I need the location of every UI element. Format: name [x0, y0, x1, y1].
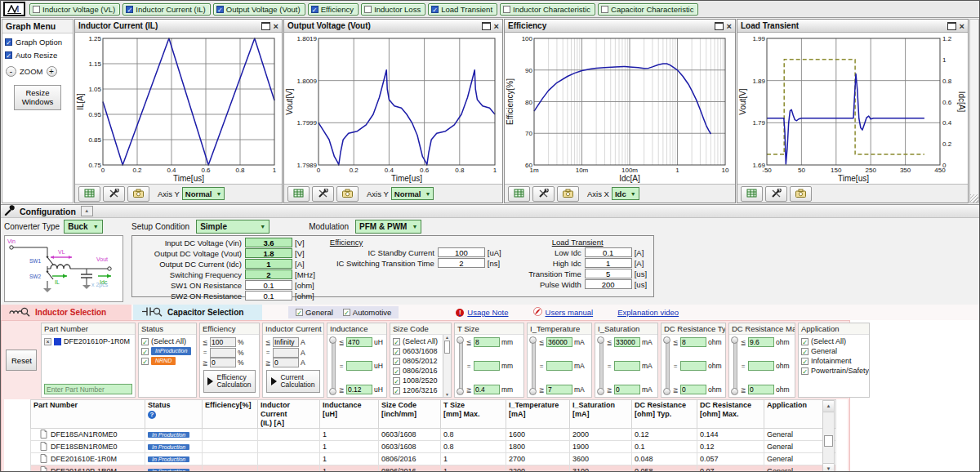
filter-option-powertrain-safety[interactable]: ✓Powertrain/Safety [801, 367, 866, 375]
toggle-inductor-loss[interactable]: Inductor Loss [361, 3, 425, 16]
checkbox-inductor-characteristic[interactable] [503, 6, 510, 13]
maximize-icon[interactable] [947, 22, 956, 30]
axis-select-inductor-current-il[interactable]: Normal▼ [182, 187, 225, 200]
scroll-thumb[interactable] [824, 435, 833, 447]
param-input-sw2-on-resistance[interactable] [245, 291, 292, 301]
axis-select-efficiency[interactable]: Idc▼ [612, 187, 639, 200]
column-header-dc-resistance[interactable]: DC Resistance [ohm] Typ. [632, 400, 697, 429]
filter-option-0806-2016[interactable]: ✓0806/2016 [393, 367, 448, 375]
inductance-max-input[interactable] [346, 337, 372, 347]
part-number-input[interactable] [44, 384, 132, 394]
zoom-out-button[interactable]: - [6, 66, 16, 77]
toggle-inductor-characteristic[interactable]: Inductor Characteristic [500, 3, 595, 16]
graph-menu-option-graph-option[interactable]: ✓Graph Option [2, 33, 73, 47]
automotive-checkbox[interactable]: ✓Automotive [343, 308, 392, 317]
checkbox-auto-resize[interactable]: ✓ [5, 51, 12, 59]
column-header-dc-resistance[interactable]: DC Resistance [ohm] Max. [697, 400, 764, 429]
checkbox-select-all[interactable]: ✓ [141, 338, 149, 345]
table-export-button[interactable] [741, 186, 763, 202]
tab-capacitor-selection[interactable]: Capacitor Selection [133, 305, 262, 320]
filter-option-general[interactable]: ✓General [801, 347, 866, 355]
param-input-switching-frequency[interactable] [245, 269, 292, 279]
filter-option-0603-1608[interactable]: ✓0603/1608 [393, 347, 448, 355]
inductance-equal-input[interactable] [346, 361, 372, 371]
inductor-current-max-input[interactable] [273, 337, 299, 347]
slider-handle-max[interactable] [329, 336, 336, 344]
column-header-part-number[interactable]: Part Number [31, 400, 145, 429]
close-icon[interactable]: × [274, 22, 278, 30]
filter-option-select-all[interactable]: ✓(Select All) [393, 337, 448, 345]
snapshot-camera-button[interactable] [790, 186, 812, 202]
param-input-pulse-width[interactable] [585, 279, 632, 289]
document-icon[interactable] [40, 454, 47, 465]
slider-handle-min[interactable] [329, 388, 336, 395]
checkbox-1206-3216[interactable]: ✓ [393, 387, 400, 394]
filter-option-1206-3216[interactable]: ✓1206/3216 [393, 386, 448, 394]
close-icon[interactable]: × [960, 22, 964, 30]
filter-option-inproduction[interactable]: ✓InProduction [141, 347, 194, 355]
column-header-t-size[interactable]: T Size [mm] Max. [441, 400, 506, 429]
dc-resistance-typ-equal-input[interactable] [680, 361, 706, 371]
zoom-in-button[interactable]: + [47, 66, 57, 77]
tools-button[interactable] [103, 186, 125, 202]
scroll-thumb[interactable] [444, 341, 450, 354]
param-input-ic-standby-current[interactable] [438, 247, 485, 257]
dc-resistance-max-min-input[interactable] [748, 385, 774, 394]
maximize-icon[interactable] [261, 22, 270, 30]
efficiency-min-input[interactable] [210, 358, 236, 367]
dc-resistance-max-equal-input[interactable] [748, 361, 774, 371]
param-input-high-idc[interactable] [585, 258, 632, 268]
charts-vertical-scrollbar[interactable] [969, 19, 979, 203]
filter-option-select-all[interactable]: ✓(Select All) [801, 337, 866, 345]
efficiency-equal-input[interactable] [210, 348, 236, 358]
t-size-min-input[interactable] [474, 385, 500, 394]
document-icon[interactable] [40, 466, 47, 472]
converter-type-select[interactable]: Buck▼ [64, 220, 102, 234]
param-input-transition-time[interactable] [585, 269, 632, 278]
filter-option-select-all[interactable]: ✓(Select All) [141, 337, 194, 345]
toggle-load-transient[interactable]: ✓Load Transient [428, 3, 497, 16]
document-icon[interactable] [40, 442, 47, 452]
toggle-inductor-voltage-vl[interactable]: Inductor Voltage (VL) [29, 3, 120, 16]
dc-resistance-typ-max-input[interactable] [680, 337, 706, 347]
close-icon[interactable]: × [494, 22, 499, 30]
slider-handle-max[interactable] [597, 336, 604, 344]
i-temperature-min-input[interactable] [546, 385, 572, 394]
graph-menu-option-auto-resize[interactable]: ✓Auto Resize [2, 47, 73, 60]
inductor-current-equal-input[interactable] [273, 348, 299, 358]
tools-button[interactable] [312, 186, 334, 202]
scroll-down-button[interactable]: ▼ [823, 463, 834, 472]
scroll-down-icon[interactable]: ▼ [443, 392, 451, 397]
checkbox-nrnd[interactable]: ✓ [141, 358, 149, 365]
tools-button[interactable] [532, 186, 555, 202]
i-temperature-equal-input[interactable] [546, 361, 572, 371]
checkbox-0805-2012[interactable]: ✓ [393, 358, 400, 365]
slider-handle-min[interactable] [663, 388, 670, 395]
efficiency-calculation-button[interactable]: EfficiencyCalculation [203, 370, 256, 393]
slider-handle-min[interactable] [529, 388, 537, 395]
close-icon[interactable]: × [727, 22, 732, 30]
checkbox-select-all[interactable]: ✓ [801, 338, 808, 345]
checkbox-select-all[interactable]: ✓ [393, 338, 400, 345]
current-calculation-button[interactable]: CurrentCalculation [266, 370, 320, 393]
slider-handle-min[interactable] [457, 388, 464, 395]
general-checkbox[interactable]: ✓General [296, 308, 333, 317]
modulation-select[interactable]: PFM & PWM▼ [355, 220, 421, 234]
table-export-button[interactable] [287, 186, 310, 202]
column-header-efficiency[interactable]: Efficiency[%] [203, 400, 258, 429]
i-saturation-min-input[interactable] [614, 385, 640, 394]
checkbox-powertrain-safety[interactable]: ✓ [801, 367, 808, 375]
remove-part-button[interactable]: × [44, 338, 51, 345]
column-header-inductance[interactable]: Inductance [uH] [320, 400, 379, 429]
param-input-low-idc[interactable] [585, 247, 632, 257]
slider-handle-max[interactable] [457, 336, 464, 344]
axis-select-output-voltage-vout[interactable]: Normal▼ [391, 187, 434, 200]
scroll-up-button[interactable]: ▲ [823, 401, 834, 412]
filter-option-infotainment[interactable]: ✓Infotainment [801, 357, 866, 365]
inductor-current-min-input[interactable] [273, 358, 299, 367]
resize-windows-button[interactable]: Resize Windows [14, 85, 61, 110]
toggle-inductor-current-il[interactable]: ✓Inductor Current (IL) [122, 3, 211, 16]
tools-button[interactable] [765, 186, 787, 202]
filter-option-0805-2012[interactable]: ✓0805/2012 [393, 357, 448, 365]
param-input-input-dc-voltage-vin[interactable] [245, 238, 292, 247]
